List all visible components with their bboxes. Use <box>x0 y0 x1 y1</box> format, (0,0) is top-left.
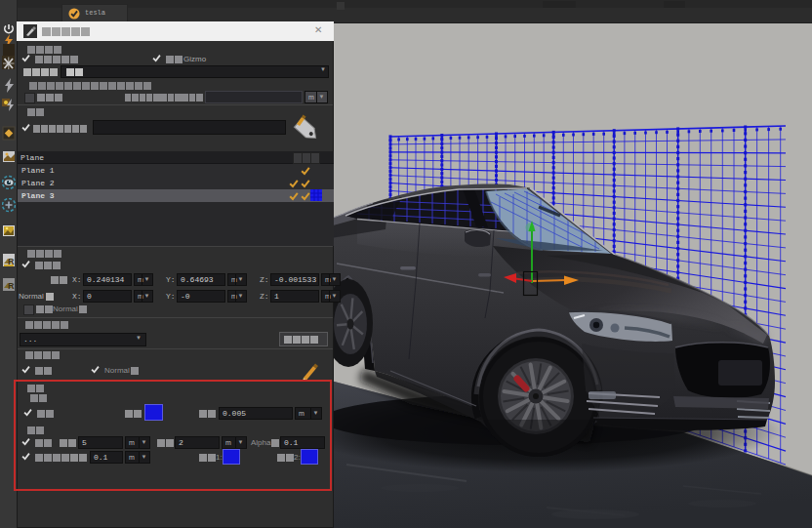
svg-text:R: R <box>8 281 15 291</box>
